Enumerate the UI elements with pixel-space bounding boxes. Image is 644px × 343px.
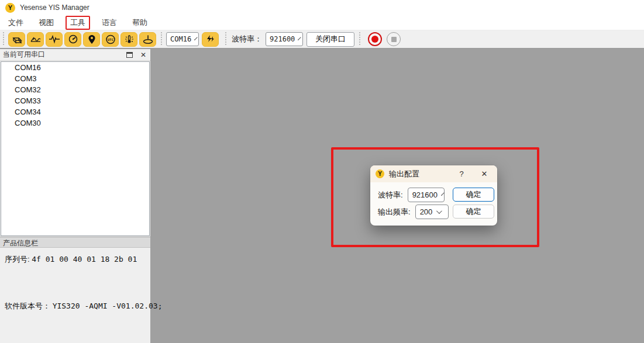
record-button[interactable] (368, 32, 382, 46)
output-freq-row: 输出频率: 200 (378, 205, 449, 219)
list-item-port[interactable]: COM32 (1, 84, 149, 95)
freq-confirm-button[interactable]: 确定 (453, 205, 494, 219)
software-version-line: 软件版本号： YIS320 -AQMI -V01.02.03; (5, 301, 162, 311)
signal-wave-icon[interactable] (27, 32, 44, 47)
title-bar: Y Yesense YIS Manager (0, 0, 644, 15)
pressure-sensor-icon[interactable] (139, 32, 156, 47)
baud-confirm-button[interactable]: 确定 (453, 188, 494, 202)
dock-float-icon[interactable] (126, 52, 133, 58)
toolbar-drag-handle[interactable] (161, 32, 164, 46)
baud-rate-select[interactable]: 921600 (266, 32, 303, 46)
thermometer-icon[interactable] (120, 32, 137, 47)
dialog-logo-icon: Y (376, 169, 384, 178)
dialog-help-button[interactable]: ? (455, 169, 468, 178)
dialog-freq-value: 200 (420, 207, 433, 216)
serial-port-list: COM16 COM3 COM32 COM33 COM34 COM30 (1, 61, 150, 236)
menu-item-view[interactable]: 视图 (35, 16, 57, 30)
dialog-close-button[interactable]: ✕ (477, 169, 491, 178)
refresh-ports-button[interactable] (202, 32, 219, 47)
serial-number-value: 4f 01 00 40 01 18 2b 01 (32, 255, 137, 264)
close-serial-port-button[interactable]: 关闭串口 (306, 32, 354, 47)
chevron-down-icon (194, 37, 198, 40)
software-version-label: 软件版本号： (5, 302, 53, 310)
dialog-freq-select[interactable]: 200 (415, 205, 449, 219)
svg-text:UTC: UTC (108, 38, 113, 41)
app-logo-icon: Y (5, 3, 15, 13)
chevron-down-icon (298, 37, 301, 40)
menu-item-file[interactable]: 文件 (5, 16, 27, 30)
serial-port-dock: 当前可用串口 ✕ COM16 COM3 COM32 COM33 COM34 CO… (0, 49, 150, 343)
location-pin-icon[interactable] (83, 32, 100, 47)
list-item-port[interactable]: COM16 (1, 62, 149, 73)
product-info-header: 产品信息栏 (0, 237, 150, 248)
dialog-title: 输出配置 (389, 169, 455, 179)
list-item-port[interactable]: COM34 (1, 106, 149, 117)
list-item-port[interactable]: COM30 (1, 117, 149, 129)
port-select[interactable]: COM16 (166, 32, 199, 46)
utc-clock-icon[interactable]: UTC (102, 32, 119, 47)
list-item-port[interactable]: COM3 (1, 73, 149, 84)
dialog-title-bar: Y 输出配置 ? ✕ (370, 165, 497, 182)
main-toolbar: UTC COM16 波特率： 921600 关闭串口 (0, 30, 644, 49)
serial-number-label: 序列号: (5, 255, 32, 264)
pulse-wave-icon[interactable] (46, 32, 63, 47)
serial-number-line: 序列号: 4f 01 00 40 01 18 2b 01 (5, 254, 137, 265)
baud-rate-value: 921600 (270, 35, 295, 43)
menu-item-language[interactable]: 语言 (98, 16, 120, 30)
stop-icon (391, 37, 397, 42)
toolbar-drag-handle[interactable] (225, 32, 228, 46)
dialog-baud-value: 921600 (412, 190, 438, 199)
baud-rate-label: 波特率： (232, 34, 262, 44)
dock-header: 当前可用串口 ✕ (0, 49, 150, 61)
chevron-down-icon (441, 192, 445, 196)
dialog-baud-select[interactable]: 921600 (408, 188, 445, 202)
window-title: Yesense YIS Manager (20, 4, 89, 12)
box-3d-icon[interactable] (8, 32, 25, 47)
chevron-down-icon (436, 208, 442, 214)
baud-rate-row: 波特率: 921600 (378, 188, 445, 202)
menu-bar: 文件 视图 工具 语言 帮助 (0, 15, 644, 30)
output-config-dialog: Y 输出配置 ? ✕ 波特率: 921600 确定 输出频率: 200 确定 (370, 165, 497, 226)
dialog-baud-label: 波特率: (378, 190, 403, 200)
menu-item-tools[interactable]: 工具 (66, 16, 90, 30)
record-icon (371, 36, 378, 43)
stop-button[interactable] (387, 32, 401, 46)
toolbar-drag-handle[interactable] (3, 32, 6, 46)
dock-close-icon[interactable]: ✕ (139, 51, 148, 59)
software-version-value: YIS320 -AQMI -V01.02.03; (53, 302, 163, 310)
toolbar-drag-handle[interactable] (359, 32, 362, 46)
dialog-freq-label: 输出频率: (378, 207, 411, 217)
menu-item-help[interactable]: 帮助 (129, 16, 151, 30)
list-item-port[interactable]: COM33 (1, 95, 149, 106)
dock-title: 当前可用串口 (3, 50, 45, 60)
gauge-icon[interactable] (64, 32, 81, 47)
port-select-value: COM16 (170, 35, 191, 43)
